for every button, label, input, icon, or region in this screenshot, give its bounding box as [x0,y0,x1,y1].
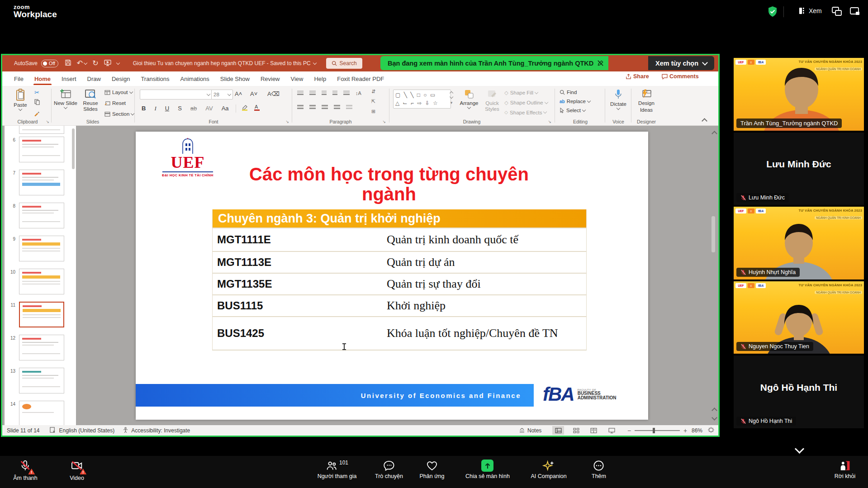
shapes-scroll-down-icon[interactable] [450,95,453,99]
shape-outline-button[interactable]: ◇Shape Outline [504,99,548,106]
slide-thumbnail-14[interactable] [19,401,64,425]
tab-transitions[interactable]: Transitions [135,72,175,85]
font-color-button[interactable]: A [253,104,261,113]
title-dropdown-icon[interactable] [313,61,316,64]
accessibility-icon[interactable] [123,427,128,434]
text-shadow-button[interactable]: S [176,105,184,112]
layout-button[interactable]: Layout [104,90,133,95]
undo-icon[interactable]: ↶ [77,60,83,67]
view-options-dropdown[interactable]: Xem tùy chọn [648,56,714,70]
format-painter-icon[interactable] [34,110,40,118]
font-name-combo[interactable] [140,90,212,99]
tab-view[interactable]: View [285,72,309,85]
tab-file[interactable]: File [9,72,29,85]
shrink-font-icon[interactable]: A˅ [248,90,259,97]
align-left-button[interactable] [297,105,304,110]
collapse-participants-icon[interactable] [795,444,804,454]
align-right-button[interactable] [322,105,328,110]
participant-tile-luu-minh-duc[interactable]: Lưu Minh Đức Lưu Minh Đức [734,133,864,205]
paragraph-dialog-launcher-icon[interactable]: ↘ [382,119,386,124]
participant-tile-tran-anh-tung[interactable]: UEF ≡ fBA TƯ VẤN CHUYÊN NGÀNH KHÓA 2023 … [734,58,864,131]
slide-canvas[interactable]: UEF ĐẠI HỌC KINH TẾ TÀI CHÍNH Các môn họ… [136,132,648,420]
increase-indent-button[interactable] [332,91,337,96]
pip-window-icon[interactable] [831,6,843,19]
thumbnail-scrollbar[interactable] [72,128,75,169]
design-ideas-button[interactable]: Design Ideas [634,89,659,113]
slide-thumbnail-12[interactable] [19,335,64,360]
spellcheck-icon[interactable] [50,427,56,434]
underline-button[interactable]: U [163,105,171,112]
tab-animations[interactable]: Animations [175,72,215,85]
view-button[interactable]: Xem [799,7,822,14]
cut-icon[interactable]: ✂ [34,90,39,95]
reuse-slides-button[interactable]: Reuse Slides [78,89,103,112]
tab-review[interactable]: Review [255,72,285,85]
numbering-button[interactable] [309,91,316,96]
participant-tile-huynh-nhut-nghia[interactable]: UEF ≡ fBA TƯ VẤN CHUYÊN NGÀNH KHÓA 2023 … [734,207,864,280]
line-spacing-button[interactable] [343,91,350,96]
italic-button[interactable]: I [152,105,158,112]
tab-slideshow[interactable]: Slide Show [215,72,255,85]
video-button[interactable]: ! Video [70,460,84,481]
clipboard-dialog-launcher-icon[interactable]: ↘ [46,119,49,124]
char-spacing-button[interactable]: AV [204,105,214,112]
accessibility-status[interactable]: Accessibility: Investigate [131,427,190,434]
font-dialog-launcher-icon[interactable]: ↘ [285,119,289,124]
slide-thumbnail-10[interactable] [19,269,64,294]
share-button[interactable]: Share [626,73,649,80]
zoom-level[interactable]: 86% [692,427,702,434]
sort-text-icon[interactable]: ↕A [356,90,361,96]
participants-button[interactable]: 101 Người tham gia [318,460,357,479]
change-case-button[interactable]: Aa [220,105,231,112]
select-button[interactable]: Select [560,108,585,113]
font-size-combo[interactable]: 28 [211,90,233,99]
undo-dropdown-icon[interactable] [84,61,87,64]
participant-tile-ngo-ho-hanh-thi[interactable]: Ngô Hồ Hạnh Thi Ngô Hồ Hạnh Thi [734,355,864,428]
next-slide-icon[interactable] [711,415,717,421]
bullets-button[interactable] [297,91,304,96]
shape-fill-button[interactable]: ◇Shape Fill [504,90,538,96]
more-button[interactable]: Thêm [592,460,606,479]
normal-view-button[interactable] [552,426,564,435]
strikethrough-button[interactable]: ab [189,105,199,112]
chat-button[interactable]: Trò chuyện [375,460,403,479]
slide-thumbnail-partial[interactable] [19,126,64,134]
leave-button[interactable]: Rời khỏi [835,460,855,479]
new-slide-button[interactable]: New Slide [54,89,77,109]
encryption-shield-icon[interactable] [767,6,778,19]
tab-help[interactable]: Help [308,72,332,85]
slideshow-icon[interactable] [104,60,111,67]
text-direction-icon[interactable]: ⇵ [371,89,375,95]
slide-thumbnail-6[interactable] [19,137,64,162]
redo-icon[interactable]: ↻ [92,60,98,67]
paste-button[interactable]: Paste [9,89,31,110]
grow-font-icon[interactable]: A˄ [233,90,244,97]
participant-tile-nguyen-ngoc-thuy-tien[interactable]: UEF ≡ fBA TƯ VẤN CHUYÊN NGÀNH KHÓA 2023 … [734,281,864,354]
autosave-toggle[interactable]: Off [41,60,58,67]
reactions-button[interactable]: Phản ứng [420,460,445,479]
language-status[interactable]: English (United States) [59,427,115,434]
slide-thumbnail-8[interactable] [19,203,64,228]
quick-styles-button[interactable]: Quick Styles [482,89,503,112]
fit-slide-button[interactable] [708,427,714,434]
convert-smartart-icon[interactable]: ⊞ [371,109,375,114]
dictate-button[interactable]: Dictate [607,89,629,109]
tab-home[interactable]: Home [29,72,56,85]
shapes-gallery[interactable]: ▢ ╲ ╲ □ ○ ▭ △ ⌙ ⌐ ⇨ ⇩ ☆ [393,90,451,109]
tab-insert[interactable]: Insert [56,72,82,85]
slide-sorter-view-button[interactable] [570,426,582,435]
slide-thumbnail-7[interactable] [19,170,64,195]
copy-icon[interactable] [34,99,40,107]
quick-access-overflow-icon[interactable] [116,61,119,64]
slideshow-view-button[interactable] [606,426,617,435]
highlight-color-button[interactable] [241,104,248,113]
shapes-more-icon[interactable]: ▾ [451,100,453,105]
zoom-out-button[interactable]: − [627,427,631,434]
replace-button[interactable]: abReplace [560,99,590,104]
tab-design[interactable]: Design [106,72,135,85]
tab-draw[interactable]: Draw [82,72,106,85]
find-button[interactable]: Find [560,90,577,95]
scroll-up-icon[interactable] [711,131,717,137]
zoom-slider-track[interactable] [635,430,680,431]
justify-button[interactable] [334,105,340,110]
